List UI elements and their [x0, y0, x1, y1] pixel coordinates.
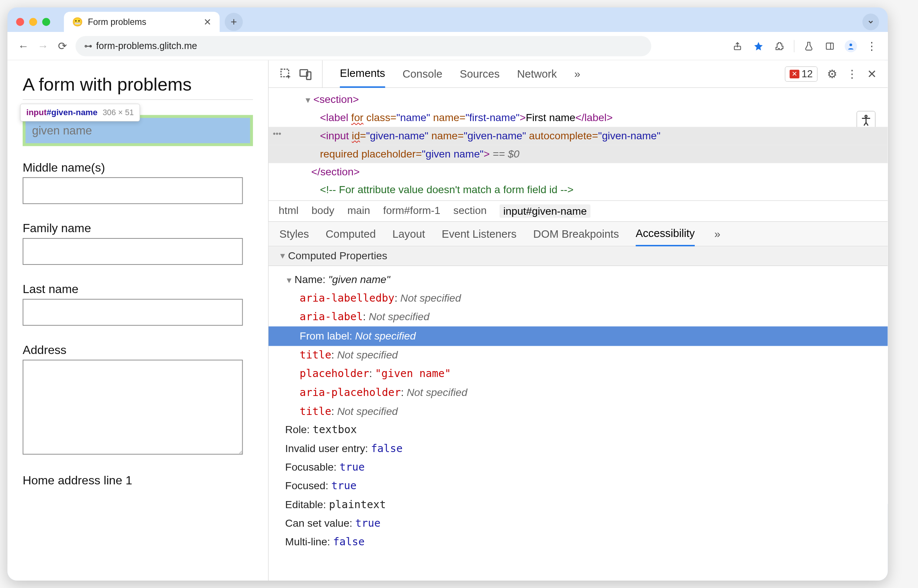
minimize-window-button[interactable] — [29, 18, 37, 26]
prop-title-2[interactable]: title: Not specified — [285, 402, 877, 420]
subtab-computed[interactable]: Computed — [325, 228, 376, 240]
crumb[interactable]: section — [453, 204, 486, 218]
bookmark-star-icon[interactable] — [752, 41, 765, 51]
omnibox[interactable]: ⊶ form-problems.glitch.me — [75, 36, 651, 57]
family-name-label: Family name — [23, 221, 253, 235]
maximize-window-button[interactable] — [42, 18, 50, 26]
more-subtabs-button[interactable]: » — [714, 228, 720, 240]
tab-close-button[interactable]: ✕ — [204, 16, 212, 27]
dom-line[interactable]: <!-- For attribute value doesn't match a… — [294, 181, 877, 199]
dom-line[interactable]: </section> — [294, 163, 877, 181]
prop-multiline[interactable]: Multi-line: false — [285, 533, 877, 551]
accessibility-properties: ▼Name: "given name" aria-labelledby: Not… — [268, 266, 888, 562]
tab-title: Form problems — [88, 17, 146, 27]
page-title: A form with problems — [23, 74, 253, 100]
labs-button[interactable] — [802, 41, 815, 50]
content-split: A form with problems input#given-name 30… — [7, 60, 888, 581]
tab-network[interactable]: Network — [517, 68, 557, 80]
tab-console[interactable]: Console — [402, 68, 442, 80]
kebab-menu-button[interactable]: ⋮ — [865, 40, 878, 52]
tab-favicon-icon: 😬 — [72, 17, 83, 27]
svg-point-7 — [865, 115, 867, 117]
dom-line[interactable]: ▼<section> — [294, 90, 877, 109]
new-tab-button[interactable]: + — [225, 13, 243, 31]
browser-tab[interactable]: 😬 Form problems ✕ — [64, 12, 220, 32]
prop-aria-label[interactable]: aria-label: Not specified — [285, 308, 877, 326]
profile-button[interactable] — [844, 40, 857, 52]
tab-sources[interactable]: Sources — [460, 68, 500, 80]
devtools-tabs: Elements Console Sources Network » ✕12 ⚙… — [268, 60, 888, 88]
prop-aria-placeholder[interactable]: aria-placeholder: Not specified — [285, 383, 877, 402]
prop-role[interactable]: Role: textbox — [285, 420, 877, 439]
tooltip-selector: input#given-name — [26, 108, 98, 117]
tooltip-dimensions: 306 × 51 — [103, 108, 134, 117]
prop-from-label-selected[interactable]: From label: Not specified — [268, 326, 888, 346]
close-window-button[interactable] — [16, 18, 24, 26]
rendered-page: A form with problems input#given-name 30… — [7, 60, 268, 581]
devtools-menu-button[interactable]: ⋮ — [847, 68, 857, 80]
dom-line[interactable]: <label for class="name" name="first-name… — [294, 109, 877, 127]
crumb[interactable]: main — [347, 204, 370, 218]
back-button[interactable]: ← — [17, 40, 30, 52]
side-panel-button[interactable] — [823, 41, 836, 50]
dom-line-selected[interactable]: required placeholder="given name"> == $0 — [268, 145, 888, 163]
error-badge[interactable]: ✕12 — [785, 66, 818, 81]
crumb[interactable]: body — [312, 204, 335, 218]
subtab-dom-breakpoints[interactable]: DOM Breakpoints — [533, 228, 619, 240]
prop-focusable[interactable]: Focusable: true — [285, 458, 877, 477]
address-textarea[interactable] — [23, 360, 243, 454]
share-button[interactable] — [731, 41, 744, 50]
devtools-subtabs: Styles Computed Layout Event Listeners D… — [268, 222, 888, 246]
inspect-element-icon[interactable] — [280, 67, 293, 80]
toolbar-divider — [794, 40, 794, 52]
subtab-styles[interactable]: Styles — [280, 228, 309, 240]
subtab-layout[interactable]: Layout — [392, 228, 425, 240]
prop-invalid[interactable]: Invalid user entry: false — [285, 439, 877, 458]
dom-breadcrumbs: html body main form#form-1 section input… — [268, 200, 888, 222]
tabstrip: 😬 Form problems ✕ + — [7, 7, 888, 32]
browser-toolbar: ← → ⟳ ⊶ form-problems.glitch.me — [7, 32, 888, 60]
middle-name-input[interactable] — [23, 177, 243, 204]
tabs-dropdown-button[interactable] — [862, 14, 879, 31]
middle-name-label: Middle name(s) — [23, 160, 253, 174]
svg-point-3 — [850, 44, 852, 46]
crumb[interactable]: form#form-1 — [383, 204, 440, 218]
window-controls — [16, 18, 59, 26]
prop-cansetvalue[interactable]: Can set value: true — [285, 514, 877, 533]
devtools-close-button[interactable]: ✕ — [867, 67, 877, 81]
svg-rect-1 — [826, 43, 833, 49]
element-inspector-tooltip: input#given-name 306 × 51 — [20, 103, 140, 121]
dom-line-selected[interactable]: ••• <input id="given-name" name="given-n… — [268, 127, 888, 145]
toolbar-right: ⋮ — [731, 40, 879, 52]
gear-icon[interactable]: ⚙ — [827, 67, 837, 81]
forward-button[interactable]: → — [36, 40, 49, 52]
omnibox-url: form-problems.glitch.me — [96, 40, 197, 52]
browser-window: 😬 Form problems ✕ + ← → ⟳ ⊶ form-problem… — [7, 7, 888, 581]
tab-elements[interactable]: Elements — [340, 60, 385, 88]
address-label: Address — [23, 343, 253, 357]
prop-focused[interactable]: Focused: true — [285, 477, 877, 495]
prop-title[interactable]: title: Not specified — [285, 346, 877, 364]
prop-aria-labelledby[interactable]: aria-labelledby: Not specified — [285, 289, 877, 308]
last-name-input[interactable] — [23, 299, 243, 326]
prop-editable[interactable]: Editable: plaintext — [285, 496, 877, 514]
home-address-1-label: Home address line 1 — [23, 473, 253, 487]
elements-dom-tree[interactable]: ▼<section> <label for class="name" name=… — [268, 88, 888, 200]
given-name-input[interactable] — [26, 118, 250, 143]
devtools: Elements Console Sources Network » ✕12 ⚙… — [268, 60, 888, 581]
device-toolbar-icon[interactable] — [299, 67, 312, 80]
computed-properties-header[interactable]: ▼Computed Properties — [268, 247, 888, 267]
crumb-active[interactable]: input#given-name — [500, 204, 590, 218]
subtab-event-listeners[interactable]: Event Listeners — [442, 228, 517, 240]
site-settings-icon[interactable]: ⊶ — [84, 41, 91, 50]
extensions-button[interactable] — [773, 41, 786, 50]
more-tabs-button[interactable]: » — [574, 68, 580, 80]
crumb[interactable]: html — [279, 204, 298, 218]
last-name-label: Last name — [23, 282, 253, 296]
subtab-accessibility[interactable]: Accessibility — [636, 222, 695, 246]
reload-button[interactable]: ⟳ — [56, 40, 69, 52]
prop-name[interactable]: ▼Name: "given name" — [285, 270, 877, 289]
prop-placeholder[interactable]: placeholder: "given name" — [285, 364, 877, 383]
family-name-input[interactable] — [23, 238, 243, 265]
